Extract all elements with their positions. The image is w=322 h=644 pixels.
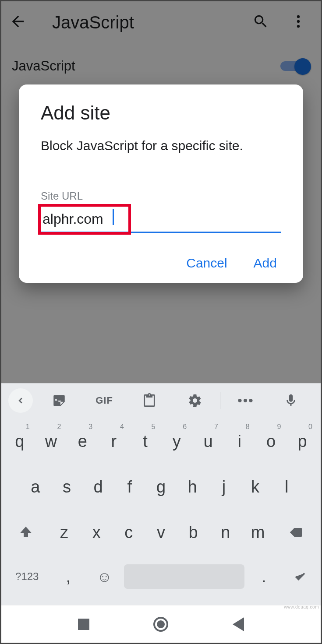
keyboard-separator <box>220 392 220 409</box>
symbols-toggle-key[interactable]: ?123 <box>5 558 49 595</box>
watermark: www.deuaq.com <box>284 605 319 609</box>
gif-button[interactable]: GIF <box>81 395 127 406</box>
backspace-key[interactable] <box>275 512 317 553</box>
key-e[interactable]: e3 <box>68 421 97 461</box>
key-q[interactable]: q1 <box>5 421 34 461</box>
key-l[interactable]: l <box>272 467 301 507</box>
key-k[interactable]: k <box>241 467 270 507</box>
key-y[interactable]: y6 <box>163 421 191 461</box>
key-u[interactable]: u7 <box>194 421 223 461</box>
key-c[interactable]: c <box>114 512 144 553</box>
key-d[interactable]: d <box>84 467 113 507</box>
emoji-key[interactable]: ☺ <box>88 558 121 595</box>
key-b[interactable]: b <box>178 512 208 553</box>
android-nav-bar <box>1 605 321 643</box>
period-key[interactable]: . <box>247 558 281 595</box>
key-i[interactable]: i8 <box>225 421 254 461</box>
keyboard-suggestion-bar: GIF ••• <box>1 384 321 418</box>
key-p[interactable]: p0 <box>288 421 317 461</box>
mic-icon[interactable] <box>269 393 314 408</box>
add-site-dialog: Add site Block JavaScript for a specific… <box>19 84 303 283</box>
key-a[interactable]: a <box>21 467 50 507</box>
nav-back[interactable] <box>230 616 247 633</box>
key-v[interactable]: v <box>146 512 176 553</box>
more-dots-icon[interactable]: ••• <box>223 393 268 408</box>
space-key[interactable] <box>124 558 244 595</box>
settings-gear-icon[interactable] <box>172 393 217 408</box>
add-button[interactable]: Add <box>254 256 277 271</box>
cancel-button[interactable]: Cancel <box>186 256 227 271</box>
enter-key[interactable] <box>283 558 317 595</box>
soft-keyboard: GIF ••• q1w2e3r4t5y6u7i8o9p0 asdfghjkl z… <box>1 383 321 605</box>
key-g[interactable]: g <box>147 467 176 507</box>
key-j[interactable]: j <box>209 467 238 507</box>
nav-home[interactable] <box>152 616 170 633</box>
key-o[interactable]: o9 <box>257 421 286 461</box>
key-h[interactable]: h <box>178 467 207 507</box>
key-n[interactable]: n <box>211 512 241 553</box>
keyboard-row-2: asdfghjkl <box>4 467 318 507</box>
dialog-body: Block JavaScript for a specific site. <box>41 137 281 155</box>
key-m[interactable]: m <box>243 512 273 553</box>
keyboard-row-1: q1w2e3r4t5y6u7i8o9p0 <box>4 421 318 461</box>
key-r[interactable]: r4 <box>99 421 128 461</box>
key-z[interactable]: z <box>50 512 79 553</box>
key-f[interactable]: f <box>115 467 144 507</box>
key-t[interactable]: t5 <box>131 421 160 461</box>
keyboard-row-3: zxcvbnm <box>4 512 318 553</box>
nav-recent-apps[interactable] <box>75 616 92 633</box>
site-url-label: Site URL <box>41 190 281 202</box>
comma-key[interactable]: , <box>51 558 85 595</box>
key-w[interactable]: w2 <box>37 421 66 461</box>
keyboard-row-4: ?123 , ☺ . <box>4 558 318 595</box>
sticker-icon[interactable] <box>36 393 81 408</box>
keyboard-collapse-icon[interactable] <box>8 388 33 413</box>
text-caret <box>113 209 114 225</box>
shift-key[interactable] <box>5 512 47 553</box>
site-url-input[interactable] <box>41 208 281 233</box>
key-s[interactable]: s <box>53 467 81 507</box>
dialog-title: Add site <box>41 102 281 124</box>
key-x[interactable]: x <box>81 512 111 553</box>
clipboard-icon[interactable] <box>127 393 172 408</box>
